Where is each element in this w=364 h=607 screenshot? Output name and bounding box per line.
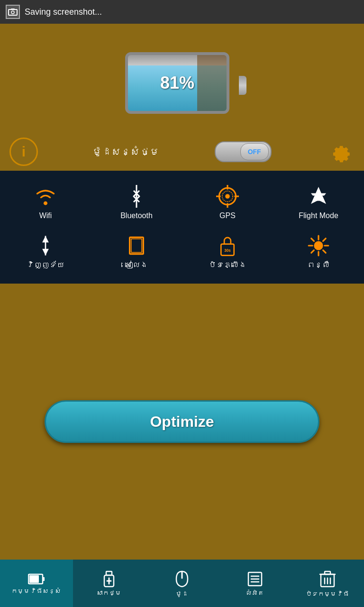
gps-label: GPS [219,212,236,220]
bluetooth-toggle[interactable]: Bluetooth [91,178,182,227]
screen-lock-label: បិទភ្លើង [209,261,246,269]
nav-uninstall[interactable]: បិទកម្មវិធី [291,560,364,607]
data-toggle[interactable]: វិញ្ញទ័យ [0,227,91,276]
optimize-label: Optimize [150,413,214,431]
svg-rect-13 [131,239,142,253]
toggle-grid: Wifi Bluetooth [0,178,364,276]
data-icon [34,234,57,257]
status-text: Saving screenshot... [25,7,102,17]
battery-body: 81% [125,52,229,114]
svg-line-23 [323,239,326,241]
rotate-icon [125,234,148,257]
screen-lock-toggle[interactable]: 30s បិទភ្លើង [182,227,273,276]
tasks-nav-icon [246,570,264,588]
bluetooth-label: Bluetooth [120,212,153,220]
svg-point-16 [314,241,323,250]
nav-charger[interactable]: សាកថ្ម [73,560,146,607]
svg-line-24 [311,250,314,253]
nav-uninstall-label: បិទកម្មវិធី [306,590,349,598]
flight-mode-label: Flight Mode [299,212,338,220]
toggle-knob: OFF [240,143,269,160]
svg-line-22 [323,250,326,253]
power-save-toggle[interactable]: OFF [215,141,272,162]
settings-button[interactable] [326,138,355,166]
svg-rect-27 [43,577,45,581]
wifi-icon [34,185,57,208]
status-bar: Saving screenshot... [0,0,364,24]
screenshot-icon [6,5,20,19]
data-label: វិញ្ញទ័យ [27,261,64,269]
controls-row: i ម៉ូដសន្សំថ្ម OFF [0,133,364,171]
brightness-icon [307,234,330,257]
gear-icon [328,139,353,164]
battery-display: 81% [125,52,239,119]
bottom-navigation: កម្មវិធីសន្សំ សាកថ្ម ម៉ូដ លំអិត [0,560,364,607]
airplane-icon [307,185,330,208]
svg-line-21 [311,239,314,241]
mode-label: ម៉ូដសន្សំថ្ម [92,147,160,157]
brightness-label: ពន្លឺ [307,261,330,269]
gps-toggle[interactable]: GPS [182,178,273,227]
optimize-button[interactable]: Optimize [45,400,319,443]
nav-battery-label: កម្មវិធីសន្សំ [11,588,61,595]
charger-nav-icon [100,570,118,588]
optimize-section: Optimize [0,284,364,560]
battery-nav-icon [28,572,45,586]
svg-text:30s: 30s [224,248,231,253]
info-button[interactable]: i [9,138,38,166]
svg-rect-12 [130,237,144,254]
rotate-label: សៀលេង [125,261,148,269]
svg-rect-39 [325,571,330,574]
main-content: 81% i ម៉ូដសន្សំថ្ម OFF [0,24,364,560]
nav-charger-label: សាកថ្ម [97,589,121,597]
bluetooth-icon [125,185,148,208]
svg-rect-26 [29,575,39,583]
power-nav-icon [173,570,191,589]
nav-power-label: ម៉ូដ [176,590,188,598]
svg-rect-0 [9,9,17,15]
svg-point-1 [11,11,14,14]
flight-mode-toggle[interactable]: Flight Mode [273,178,364,227]
svg-rect-2 [11,9,15,9]
battery-section: 81% [0,24,364,128]
lock-icon: 30s [216,234,239,257]
nav-tasks[interactable]: លំអិត [218,560,291,607]
nav-battery[interactable]: កម្មវិធីសន្សំ [0,560,73,607]
trash-nav-icon [319,570,336,589]
quick-toggles-panel: Wifi Bluetooth [0,171,364,284]
battery-tip [239,76,246,95]
battery-percentage: 81% [128,73,227,93]
rotate-toggle[interactable]: សៀលេង [91,227,182,276]
nav-power[interactable]: ម៉ូដ [146,560,218,607]
wifi-toggle[interactable]: Wifi [0,178,91,227]
nav-tasks-label: លំអិត [246,589,264,597]
gps-icon [216,185,239,208]
svg-point-5 [225,194,230,199]
brightness-toggle[interactable]: ពន្លឺ [273,227,364,276]
wifi-label: Wifi [39,212,52,220]
